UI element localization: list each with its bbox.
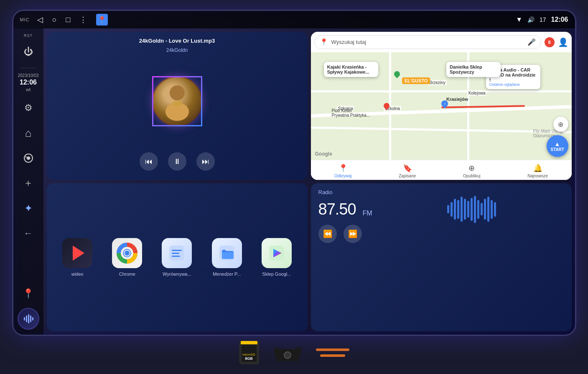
najnowsze-icon: 🔔: [533, 164, 542, 173]
camera-lens: [284, 351, 291, 359]
menu-nav-icon[interactable]: ⋮: [79, 15, 87, 24]
map-body: Brzeziny Szkolna Szkoina Kolejowa EL'GUS…: [311, 52, 572, 180]
status-bar-right: ▼ 🔊 17 12:06: [516, 16, 568, 23]
wave-bar-13: [487, 197, 489, 222]
sidebar-bottom: 📍: [18, 283, 39, 330]
map-info-title-danielka: Danielka Sklep Spożywczy: [450, 64, 497, 74]
map-tab-odkrywaj[interactable]: 📍 Odkrywaj: [334, 164, 352, 178]
next-button[interactable]: ⏭: [196, 152, 215, 171]
sidebar-bluetooth-button[interactable]: ✦: [18, 197, 39, 219]
app-menedzer[interactable]: Menedżer P...: [212, 238, 242, 277]
sd-inner: microSD 8GB: [242, 345, 257, 362]
sd-card-icon: microSD 8GB: [239, 341, 259, 364]
music-title: 24kGoldn - Love Or Lust.mp3: [53, 38, 302, 44]
wave-bar-2: [451, 202, 453, 217]
main-content: 24kGoldn - Love Or Lust.mp3 24kGoldn: [43, 28, 575, 335]
status-bar-left: MIC ◁ ○ □ ⋮ 📍: [20, 14, 516, 26]
sklep-icon-box: [262, 238, 292, 268]
svg-point-17: [125, 251, 130, 256]
map-top-bar: 📍 Wyszukaj tutaj 🎤 8 👤: [311, 32, 572, 52]
app-wyrownywarka[interactable]: Wyrównywa...: [162, 238, 192, 277]
sidebar-power-button[interactable]: ⏻: [18, 41, 39, 63]
sidebar-location-button[interactable]: 📍: [18, 283, 39, 305]
map-info-bubble-kajaki[interactable]: Kajaki Krasieńka - Spływy Kajakowe...: [324, 62, 378, 77]
radio-next-button[interactable]: ⏩: [344, 225, 362, 243]
radio-mode: FM: [363, 210, 372, 220]
camera-body: [276, 349, 299, 361]
map-tab-zapisane[interactable]: 🔖 Zapisane: [399, 164, 416, 178]
opublikuj-label: Opublikuj: [463, 174, 481, 178]
najnowsze-label: Najnowsze: [527, 174, 548, 178]
sklep-icon: [267, 244, 286, 262]
map-info-bubble-danielka[interactable]: Danielka Sklep Spożywczy: [446, 62, 501, 77]
sidebar-time: 12:06: [20, 79, 37, 86]
next-icon: ⏭: [202, 157, 209, 166]
chrome-icon: [116, 242, 138, 264]
map-notification-badge[interactable]: 8: [545, 37, 555, 47]
svg-rect-4: [24, 317, 25, 320]
start-arrow-icon: ▲: [555, 141, 560, 147]
sd-card-accessory: microSD 8GB: [239, 341, 259, 364]
odkrywaj-label: Odkrywaj: [334, 174, 352, 178]
map-account-icon[interactable]: 👤: [558, 37, 568, 47]
menedzer-label: Menedżer P...: [213, 272, 241, 277]
deco-lines: [316, 348, 349, 357]
album-person: [153, 77, 201, 125]
camera-icon: [276, 344, 299, 361]
svg-rect-21: [172, 256, 180, 257]
svg-rect-7: [30, 315, 31, 322]
sidebar-add-button[interactable]: +: [18, 172, 39, 194]
album-art: [152, 76, 202, 126]
wave-bar-15: [494, 202, 496, 217]
wave-bar-12: [484, 199, 486, 220]
app-sklep[interactable]: Sklep Googl...: [262, 238, 292, 277]
volume-icon: 🔊: [527, 16, 535, 23]
wave-bar-1: [447, 205, 449, 213]
sidebar-settings-button[interactable]: ⚙: [18, 97, 39, 119]
status-bar: MIC ◁ ○ □ ⋮ 📍 ▼ 🔊 17 12:06: [13, 11, 575, 28]
deco-line-2: [320, 354, 345, 357]
wideo-play-icon: [73, 246, 84, 261]
audio-badge[interactable]: [18, 308, 39, 330]
wyrownywarka-icon-box: [162, 238, 192, 268]
apps-card: wideo: [47, 183, 308, 331]
map-search-box[interactable]: 📍 Wyszukaj tutaj 🎤: [314, 35, 541, 49]
odkrywaj-icon: 📍: [339, 164, 348, 173]
svg-rect-6: [28, 314, 29, 323]
recent-nav-icon[interactable]: □: [66, 15, 71, 24]
app-chrome[interactable]: Chrome: [112, 238, 142, 277]
wave-bar-8: [471, 198, 473, 221]
chrome-label: Chrome: [119, 272, 135, 277]
wideo-icon-box: [62, 238, 92, 268]
map-bottom-bar: 📍 Odkrywaj 🔖 Zapisane ⊕ Opublikuj 🔔: [311, 160, 572, 180]
app-wideo[interactable]: wideo: [62, 238, 92, 277]
play-pause-icon: ⏸: [173, 157, 181, 166]
map-tab-najnowsze[interactable]: 🔔 Najnowsze: [527, 164, 548, 178]
home-nav-icon[interactable]: ○: [52, 15, 57, 24]
sidebar-home-button[interactable]: ⌂: [18, 122, 39, 144]
sidebar-radio-button[interactable]: [18, 147, 39, 169]
map-start-button[interactable]: ▲ START: [547, 135, 568, 157]
radio-prev-button[interactable]: ⏪: [318, 225, 337, 243]
mic-label: MIC: [20, 17, 30, 22]
wyrownywarka-label: Wyrównywa...: [163, 272, 191, 277]
back-nav-icon[interactable]: ◁: [37, 15, 43, 24]
deco-line-1: [316, 348, 349, 351]
svg-point-2: [25, 156, 26, 158]
maps-nav-icon[interactable]: 📍: [96, 14, 108, 26]
map-google-logo: Google: [315, 151, 332, 157]
wave-bar-3: [454, 199, 456, 220]
prev-button[interactable]: ⏮: [140, 152, 158, 171]
wave-bar-10: [477, 200, 479, 219]
radio-controls: ⏪ ⏩: [318, 225, 564, 243]
map-mic-icon[interactable]: 🎤: [527, 38, 536, 46]
map-location-button[interactable]: ⊕: [553, 117, 568, 132]
album-art-container: [53, 56, 302, 146]
radio-main: 87.50 FM: [318, 199, 564, 220]
play-pause-button[interactable]: ⏸: [168, 152, 186, 171]
map-tab-opublikuj[interactable]: ⊕ Opublikuj: [463, 164, 481, 178]
sidebar-back-button[interactable]: ←: [18, 223, 39, 244]
svg-rect-20: [172, 253, 179, 254]
wifi-icon: ▼: [516, 16, 522, 23]
camera-accessory: [276, 344, 299, 361]
